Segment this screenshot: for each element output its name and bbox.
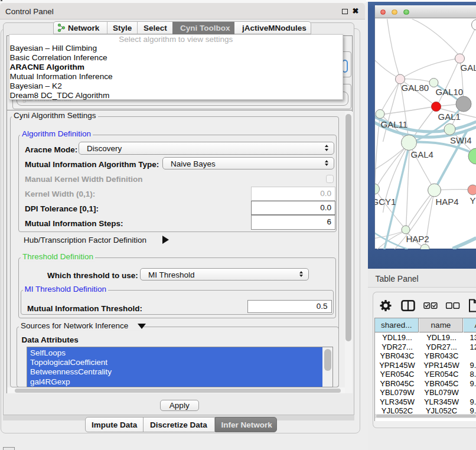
svg-text:GAL10: GAL10 [435,87,463,97]
svg-text:HAP4: HAP4 [435,197,458,207]
svg-text:GCY1: GCY1 [375,197,396,207]
svg-text:GAL1: GAL1 [438,112,460,122]
svg-text:GAL80: GAL80 [401,83,429,93]
svg-text:HAP2: HAP2 [406,234,429,244]
svg-text:SWI4: SWI4 [450,135,472,145]
svg-text:GAL4: GAL4 [410,149,433,159]
svg-text:Y: Y [470,195,475,206]
svg-text:GAL7: GAL7 [460,63,476,73]
svg-text:GAL11: GAL11 [380,119,407,129]
